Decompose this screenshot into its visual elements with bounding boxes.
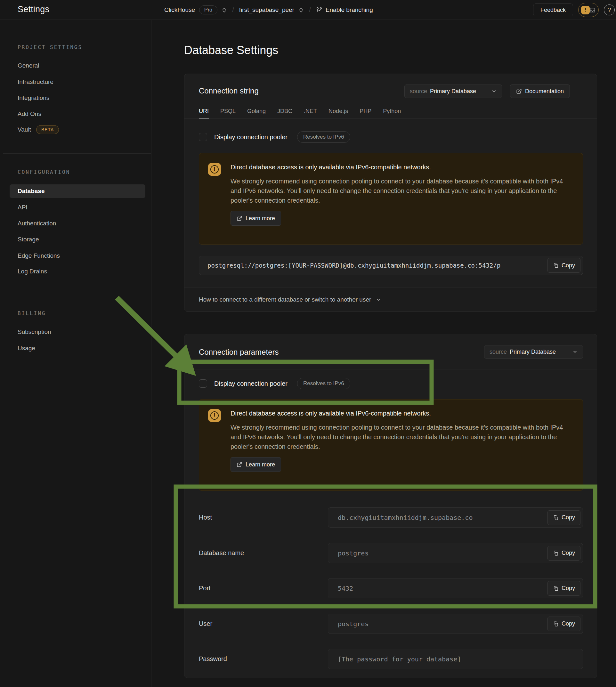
param-value: postgres <box>328 620 548 628</box>
enable-branching-label: Enable branching <box>326 6 373 14</box>
chevron-down-icon <box>376 297 381 303</box>
sidebar-item-authentication[interactable]: Authentication <box>18 219 56 228</box>
param-label: Database name <box>199 549 328 557</box>
sidebar-item-label: Authentication <box>18 220 56 227</box>
sidebar-divider <box>3 294 151 294</box>
org-selector-icon[interactable] <box>222 7 227 13</box>
tab-uri[interactable]: URI <box>199 104 209 118</box>
sidebar-item-add-ons[interactable]: Add Ons <box>18 109 41 119</box>
sidebar-item-label: Database <box>18 187 45 195</box>
param-field: [The password for your database] <box>328 649 583 669</box>
copy-button[interactable]: Copy <box>548 581 580 596</box>
page-header-title: Settings <box>18 4 49 15</box>
sidebar-item-usage[interactable]: Usage <box>18 344 35 353</box>
param-row-host: Host db.cxhygiuitamxhniiddjm.supabase.co… <box>199 507 583 528</box>
sidebar-item-label: Infrastructure <box>18 79 53 86</box>
tab-php[interactable]: PHP <box>359 104 371 118</box>
source-label: source <box>489 349 507 355</box>
copy-button[interactable]: Copy <box>548 546 580 560</box>
copy-icon <box>553 515 559 520</box>
source-dropdown[interactable]: source Primary Database <box>484 345 583 358</box>
documentation-label: Documentation <box>525 88 564 95</box>
copy-icon <box>553 585 559 591</box>
top-bar-actions: Feedback ! ? <box>533 0 616 20</box>
external-link-icon <box>237 462 242 467</box>
breadcrumb: ClickHouse Pro / first_supabase_peer / E… <box>164 0 373 20</box>
learn-more-button[interactable]: Learn more <box>230 211 281 226</box>
display-connection-pooler-checkbox[interactable] <box>199 133 207 141</box>
sidebar-item-label: Add Ons <box>18 110 41 117</box>
beta-badge: BETA <box>36 125 59 134</box>
param-label: Host <box>199 514 328 521</box>
tab-dotnet[interactable]: .NET <box>304 104 317 118</box>
param-value: 5432 <box>328 584 548 592</box>
connection-string-tabs: URI PSQL Golang JDBC .NET Node.js PHP Py… <box>184 104 597 119</box>
tab-python[interactable]: Python <box>383 104 401 118</box>
tab-nodejs[interactable]: Node.js <box>329 104 348 118</box>
copy-icon <box>553 263 559 268</box>
sidebar-item-edge-functions[interactable]: Edge Functions <box>18 251 60 261</box>
copy-button[interactable]: Copy <box>548 258 580 273</box>
inbox-icon <box>589 7 596 14</box>
top-bar: Settings ClickHouse Pro / first_supabase… <box>0 0 616 20</box>
documentation-button[interactable]: Documentation <box>510 85 570 98</box>
connect-help-expander[interactable]: How to connect to a different database o… <box>184 287 597 311</box>
connection-string-card: Connection string source Primary Databas… <box>184 74 597 312</box>
project-selector-icon[interactable] <box>299 7 304 13</box>
copy-label: Copy <box>562 514 575 521</box>
sidebar-item-storage[interactable]: Storage <box>18 235 39 244</box>
breadcrumb-org[interactable]: ClickHouse <box>164 6 195 14</box>
chevron-down-icon <box>572 349 577 354</box>
pooler-label: Display connection pooler <box>214 380 287 387</box>
warning-text: Direct database access is only available… <box>230 408 571 472</box>
sidebar-item-vault[interactable]: Vault BETA <box>18 125 59 134</box>
breadcrumb-separator: / <box>231 6 235 14</box>
sidebar-section-configuration: CONFIGURATION <box>18 169 70 175</box>
param-field: postgres Copy <box>328 614 583 634</box>
sidebar-item-subscription[interactable]: Subscription <box>18 327 51 337</box>
chevron-down-icon <box>491 89 497 94</box>
breadcrumb-project[interactable]: first_supabase_peer <box>239 6 294 14</box>
connection-string-value: postgresql://postgres:[YOUR-PASSWORD]@db… <box>199 262 548 269</box>
sidebar-item-log-drains[interactable]: Log Drains <box>18 267 47 276</box>
warning-title: Direct database access is only available… <box>230 408 571 418</box>
ipv6-warning-panel: ! Direct database access is only availab… <box>199 399 583 491</box>
param-field: db.cxhygiuitamxhniiddjm.supabase.co Copy <box>328 507 583 528</box>
sidebar-item-integrations[interactable]: Integrations <box>18 93 49 103</box>
card-title: Connection parameters <box>199 348 279 357</box>
notifications-button[interactable]: ! <box>578 3 599 17</box>
connection-parameters-card: Connection parameters source Primary Dat… <box>184 334 597 678</box>
param-row-database-name: Database name postgres Copy <box>199 543 583 563</box>
enable-branching-item[interactable]: Enable branching <box>316 6 373 14</box>
copy-icon <box>553 621 559 627</box>
sidebar-item-database[interactable]: Database <box>9 184 145 198</box>
source-dropdown[interactable]: source Primary Database <box>404 85 502 98</box>
external-link-icon <box>237 216 242 221</box>
copy-icon <box>553 550 559 556</box>
sidebar-item-api[interactable]: API <box>18 203 27 212</box>
sidebar-item-label: Vault <box>18 126 31 133</box>
tab-golang[interactable]: Golang <box>247 104 266 118</box>
param-row-user: User postgres Copy <box>199 614 583 634</box>
param-label: Port <box>199 584 328 592</box>
page-title: Database Settings <box>184 44 278 57</box>
param-label: Password <box>199 655 328 663</box>
copy-button[interactable]: Copy <box>548 510 580 525</box>
param-value: postgres <box>328 549 548 557</box>
app-window: Settings ClickHouse Pro / first_supabase… <box>0 0 616 687</box>
sidebar-item-infrastructure[interactable]: Infrastructure <box>18 77 53 87</box>
pooler-toggle-row: Display connection pooler Resolves to IP… <box>199 130 350 144</box>
card-title: Connection string <box>199 86 259 95</box>
feedback-button[interactable]: Feedback <box>533 3 573 16</box>
sidebar-item-general[interactable]: General <box>18 61 39 70</box>
tab-psql[interactable]: PSQL <box>220 104 236 118</box>
display-connection-pooler-checkbox[interactable] <box>199 379 207 388</box>
warning-text: Direct database access is only available… <box>230 162 571 226</box>
tab-jdbc[interactable]: JDBC <box>277 104 292 118</box>
sidebar-section-billing: BILLING <box>18 310 46 316</box>
help-button[interactable]: ? <box>604 4 615 15</box>
sidebar-item-label: Storage <box>18 236 39 243</box>
copy-button[interactable]: Copy <box>548 617 580 631</box>
sidebar-item-label: Subscription <box>18 329 51 335</box>
learn-more-button[interactable]: Learn more <box>230 457 281 472</box>
